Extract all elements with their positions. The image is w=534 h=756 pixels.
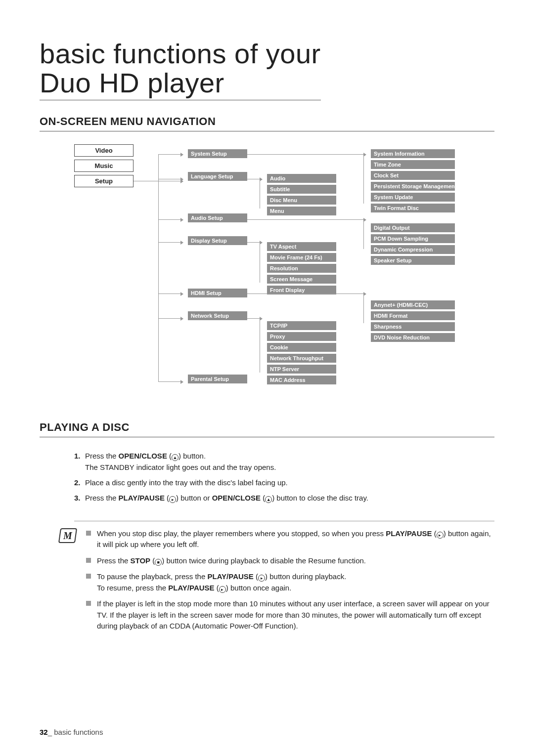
connector (158, 154, 159, 381)
playpause-icon: ▸ (437, 532, 444, 539)
note-divider (74, 521, 494, 521)
connector (260, 179, 260, 209)
node-system-update: System Update (371, 193, 455, 202)
note-item: To pause the playback, press the PLAY/PA… (86, 571, 494, 593)
connector (363, 219, 364, 249)
level2-column: System Setup Language Setup Audio Setup … (188, 149, 247, 385)
playpause-icon: ▸ (169, 496, 176, 503)
node-hdmi-setup: HDMI Setup (188, 289, 247, 297)
step-2: 2. Place a disc gently into the tray wit… (74, 477, 494, 488)
node-proxy: Proxy (267, 332, 336, 341)
root-video: Video (74, 144, 134, 157)
node-menu: Menu (267, 207, 336, 215)
connector (247, 294, 366, 294)
connector (247, 154, 366, 155)
connector (363, 294, 364, 323)
node-screen-message: Screen Message (267, 275, 336, 284)
connector (247, 219, 366, 220)
node-anynet: Anynet+ (HDMI-CEC) (371, 300, 455, 309)
node-twin-format: Twin Format Disc (371, 204, 455, 212)
connector (158, 242, 183, 243)
playpause-icon: ▸ (219, 586, 226, 593)
node-tcpip: TCP/IP (267, 321, 336, 330)
bullet-icon (86, 558, 91, 563)
root-music: Music (74, 160, 134, 172)
title-line-1: basic functions of your (40, 38, 321, 69)
node-disc-menu: Disc Menu (267, 196, 336, 205)
step-list: 1. Press the OPEN/CLOSE (▲) button. The … (74, 450, 494, 504)
bullet-icon (86, 574, 91, 579)
bullet-icon (86, 531, 91, 536)
node-pcm-down: PCM Down Sampling (371, 234, 455, 243)
page-number: 32 (40, 728, 48, 736)
connector (158, 318, 183, 319)
node-network-setup: Network Setup (188, 311, 247, 320)
note-item: When you stop disc play, the player reme… (86, 528, 494, 550)
playpause-icon: ▸ (258, 575, 265, 582)
note-item: Press the STOP (■) button twice during p… (86, 555, 494, 567)
connector (158, 179, 183, 179)
root-column: Video Music Setup (74, 144, 134, 190)
node-cookie: Cookie (267, 343, 336, 352)
node-subtitle: Subtitle (267, 185, 336, 194)
page-footer: 32_ basic functions (40, 728, 103, 736)
node-display-setup: Display Setup (188, 236, 247, 245)
connector (363, 154, 364, 204)
node-dvd-noise: DVD Noise Reduction (371, 333, 455, 342)
node-mac-address: MAC Address (267, 376, 336, 384)
node-system-setup: System Setup (188, 149, 247, 158)
connector (158, 154, 183, 155)
node-digital-output: Digital Output (371, 223, 455, 232)
node-throughput: Network Throughput (267, 354, 336, 363)
node-system-info: System Information (371, 149, 455, 158)
node-dyn-comp: Dynamic Compression (371, 245, 455, 254)
node-sharpness: Sharpness (371, 322, 455, 331)
note-list: When you stop disc play, the player reme… (86, 528, 494, 637)
footer-label: basic functions (54, 728, 103, 736)
node-speaker-setup: Speaker Setup (371, 256, 455, 265)
connector (260, 242, 260, 283)
node-resolution: Resolution (267, 264, 336, 273)
page-title-block: basic functions of your Duo HD player (40, 40, 494, 100)
title-line-2: Duo HD player (40, 67, 224, 98)
menu-tree-diagram: Video Music Setup System Setup Language … (74, 144, 494, 406)
eject-icon: ▲ (172, 454, 178, 461)
step-1: 1. Press the OPEN/CLOSE (▲) button. The … (74, 450, 494, 473)
section-heading-nav: ON-SCREEN MENU NAVIGATION (40, 115, 494, 131)
step-3: 3. Press the PLAY/PAUSE (▸) button or OP… (74, 492, 494, 504)
node-audio-setup: Audio Setup (188, 213, 247, 222)
section-heading-disc: PLAYING A DISC (40, 421, 494, 437)
note-icon: M (58, 528, 77, 543)
node-time-zone: Time Zone (371, 160, 455, 169)
page-title: basic functions of your Duo HD player (40, 40, 321, 100)
node-audio: Audio (267, 174, 336, 183)
eject-icon: ▲ (265, 496, 272, 503)
stop-icon: ■ (155, 559, 162, 566)
connector (158, 294, 183, 294)
bullet-icon (86, 601, 91, 606)
node-parental-setup: Parental Setup (188, 375, 247, 383)
node-storage-mgmt: Persistent Storage Management (371, 182, 455, 191)
connector (158, 219, 183, 220)
node-movie-frame: Movie Frame (24 Fs) (267, 253, 336, 262)
connector (158, 381, 183, 382)
node-clock-set: Clock Set (371, 171, 455, 180)
connector (260, 318, 260, 373)
note-item: If the player is left in the stop mode m… (86, 598, 494, 632)
level3-column: Audio Subtitle Disc Menu Menu TV Aspect … (267, 174, 336, 386)
note-block: M When you stop disc play, the player re… (59, 521, 494, 637)
level4-column: System Information Time Zone Clock Set P… (371, 149, 455, 344)
node-language-setup: Language Setup (188, 172, 247, 181)
root-setup: Setup (74, 175, 134, 187)
node-ntp-server: NTP Server (267, 365, 336, 374)
node-hdmi-format: HDMI Format (371, 311, 455, 320)
node-tv-aspect: TV Aspect (267, 242, 336, 251)
